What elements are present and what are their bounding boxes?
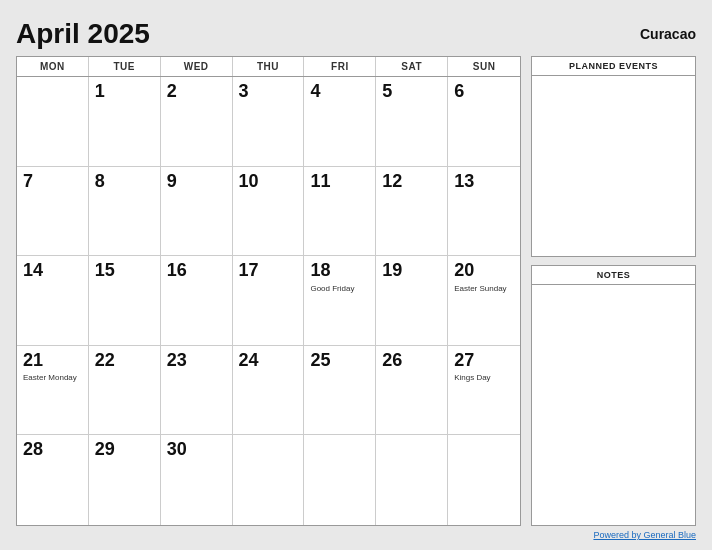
day-number: 10 [239,171,298,193]
powered-by-link[interactable]: Powered by General Blue [593,530,696,540]
day-cell: 14 [17,256,89,346]
day-number: 19 [382,260,441,282]
day-cell: 20Easter Sunday [448,256,520,346]
day-cell: 17 [233,256,305,346]
day-cell: 2 [161,77,233,167]
day-cell: 30 [161,435,233,525]
day-cell: 18Good Friday [304,256,376,346]
day-cell: 12 [376,167,448,257]
day-cell [448,435,520,525]
notes-content [532,285,695,525]
day-header: FRI [304,57,376,76]
day-number: 23 [167,350,226,372]
day-number: 14 [23,260,82,282]
day-event-label: Easter Monday [23,373,82,383]
day-cell: 9 [161,167,233,257]
day-cell [233,435,305,525]
day-number: 18 [310,260,369,282]
day-header: SUN [448,57,520,76]
calendar-grid: 123456789101112131415161718Good Friday19… [17,77,520,525]
day-cell: 3 [233,77,305,167]
day-number: 22 [95,350,154,372]
page-title: April 2025 [16,18,150,50]
day-cell [376,435,448,525]
day-number: 4 [310,81,369,103]
day-number: 27 [454,350,514,372]
day-cell: 11 [304,167,376,257]
day-headers: MONTUEWEDTHUFRISATSUN [17,57,520,77]
page: April 2025 Curacao MONTUEWEDTHUFRISATSUN… [0,0,712,550]
day-number: 2 [167,81,226,103]
day-cell: 23 [161,346,233,436]
day-number: 30 [167,439,226,461]
day-cell: 15 [89,256,161,346]
day-number: 13 [454,171,514,193]
day-event-label: Good Friday [310,284,369,294]
day-header: THU [233,57,305,76]
day-number: 11 [310,171,369,193]
day-number: 12 [382,171,441,193]
header: April 2025 Curacao [16,18,696,50]
day-number: 5 [382,81,441,103]
day-number: 6 [454,81,514,103]
sidebar: PLANNED EVENTS NOTES [531,56,696,526]
planned-events-box: PLANNED EVENTS [531,56,696,257]
day-number: 21 [23,350,82,372]
day-cell: 24 [233,346,305,436]
day-number: 25 [310,350,369,372]
day-number: 29 [95,439,154,461]
day-number: 1 [95,81,154,103]
day-event-label: Kings Day [454,373,514,383]
day-cell: 10 [233,167,305,257]
day-header: WED [161,57,233,76]
day-number: 15 [95,260,154,282]
day-number: 26 [382,350,441,372]
day-cell: 8 [89,167,161,257]
day-cell: 29 [89,435,161,525]
planned-events-content [532,76,695,256]
day-number: 8 [95,171,154,193]
day-cell: 5 [376,77,448,167]
day-cell: 25 [304,346,376,436]
day-cell: 28 [17,435,89,525]
footer: Powered by General Blue [16,530,696,540]
planned-events-title: PLANNED EVENTS [532,57,695,76]
day-cell: 21Easter Monday [17,346,89,436]
day-header: MON [17,57,89,76]
day-number: 16 [167,260,226,282]
day-cell: 16 [161,256,233,346]
day-number: 20 [454,260,514,282]
day-cell [17,77,89,167]
day-number: 28 [23,439,82,461]
day-number: 17 [239,260,298,282]
day-event-label: Easter Sunday [454,284,514,294]
day-cell: 13 [448,167,520,257]
notes-box: NOTES [531,265,696,526]
day-cell: 27Kings Day [448,346,520,436]
day-cell [304,435,376,525]
day-cell: 6 [448,77,520,167]
day-number: 7 [23,171,82,193]
day-cell: 7 [17,167,89,257]
day-number: 24 [239,350,298,372]
country-label: Curacao [640,26,696,42]
day-number: 3 [239,81,298,103]
day-cell: 4 [304,77,376,167]
day-number: 9 [167,171,226,193]
calendar: MONTUEWEDTHUFRISATSUN 123456789101112131… [16,56,521,526]
day-cell: 26 [376,346,448,436]
day-cell: 19 [376,256,448,346]
day-cell: 1 [89,77,161,167]
day-header: SAT [376,57,448,76]
notes-title: NOTES [532,266,695,285]
day-cell: 22 [89,346,161,436]
day-header: TUE [89,57,161,76]
main-content: MONTUEWEDTHUFRISATSUN 123456789101112131… [16,56,696,526]
